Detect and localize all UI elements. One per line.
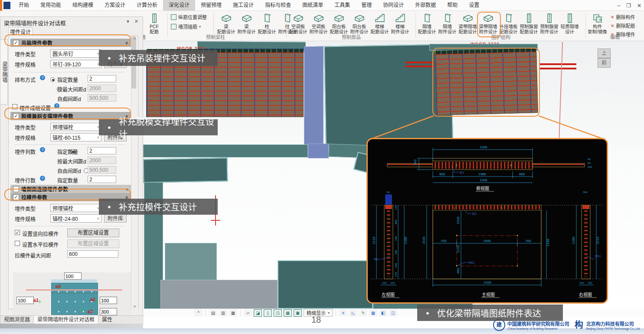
exterior-panel-rebar-button[interactable]: 外挂墙板 配筋设计 xyxy=(498,12,519,34)
section-header-side-connect[interactable]: 墙侧面连接埋件参数 « xyxy=(10,185,131,193)
menu-tab-tools[interactable]: 工具集 xyxy=(329,0,356,11)
embed-spec-select-1[interactable]: 吊钉-39-120˅ xyxy=(50,60,101,68)
pcf-rebar-button[interactable]: PCF 配筋 xyxy=(144,12,164,34)
view-navigation-cube[interactable]: 上 前 xyxy=(598,49,611,68)
wall-top-rebar-button[interactable]: 墙顶插筋▾ xyxy=(171,23,207,30)
menu-tab-settings[interactable]: 设置 xyxy=(463,0,485,11)
diagram-left-input[interactable] xyxy=(16,297,34,304)
menu-tab-manage[interactable]: 管理 xyxy=(356,0,377,11)
diagram-right-input[interactable] xyxy=(100,297,117,304)
count-input-1[interactable] xyxy=(88,75,116,82)
attachment-library-button-3[interactable]: 附件库 xyxy=(104,214,127,223)
bay-window-rebar-button[interactable]: 预制飘窗 配筋设计 xyxy=(519,12,539,34)
menu-tab-common[interactable]: 常用功能 xyxy=(35,0,67,11)
annotate-icon[interactable]: ✎ xyxy=(359,309,367,317)
partition-rebar-button[interactable]: 隔墙 配筋设计 xyxy=(417,12,437,34)
plane-view-icon[interactable]: ▱ xyxy=(244,309,252,317)
menu-tab-modeling[interactable]: 结构建模 xyxy=(67,0,99,11)
column-rebar-design-button[interactable]: 柱 配筋设计 xyxy=(257,12,277,34)
restore-button[interactable]: ❐ xyxy=(626,3,631,9)
nav-face-front[interactable]: 前 xyxy=(598,58,611,68)
help-icon[interactable]: ? xyxy=(40,147,45,152)
light-partition-design-button[interactable]: 轻质隔墙 设计 xyxy=(559,12,580,34)
save-view-icon[interactable]: ▤ xyxy=(209,309,217,317)
embed-type-select-1[interactable]: 圆头吊钉˅ xyxy=(50,49,101,58)
bay-window-attachment-button[interactable]: 预制飘窗 附件设计 xyxy=(539,12,559,34)
hoisting-checkbox[interactable]: ✓ xyxy=(13,40,19,46)
collapse-chevron-icon[interactable]: » xyxy=(124,41,130,44)
menu-tab-help[interactable]: 帮助 xyxy=(441,0,463,11)
dialog-side-tab[interactable]: 梁带隔墙 xyxy=(0,39,8,105)
expand-chevron-icon[interactable]: « xyxy=(126,187,128,192)
slab-display-icon[interactable]: ◪ xyxy=(254,309,262,317)
tab-view-browser[interactable]: 视图浏览器 xyxy=(0,316,33,324)
tie-checkbox[interactable]: ✓ xyxy=(13,194,19,200)
ac-slab-rebar-button[interactable]: 空调板 配筋设计 xyxy=(288,12,308,34)
tab-properties[interactable]: 属性 xyxy=(98,316,116,324)
stair-rebar-button[interactable]: 楼梯 配筋设计 xyxy=(369,12,390,34)
beam-rebar-design-button[interactable]: 梁 配筋设计 xyxy=(216,12,236,34)
dialog-scrollbar[interactable]: ^ v xyxy=(131,36,137,309)
menu-tab-scheme[interactable]: 方案设计 xyxy=(99,0,131,11)
count-input-2[interactable] xyxy=(88,147,116,154)
solid-display-icon[interactable]: ◳ xyxy=(274,309,282,317)
nav-face-top[interactable]: 上 xyxy=(598,49,611,58)
layers-icon[interactable]: ▦ xyxy=(369,309,377,317)
menu-tab-check[interactable]: 指标与检查 xyxy=(259,0,297,11)
menu-tab-construction[interactable]: 施工设计 xyxy=(227,0,259,11)
menu-tab-external[interactable]: 外部数据 xyxy=(409,0,441,11)
group-setting-checkbox[interactable] xyxy=(12,104,17,109)
section-icon[interactable]: ◺ xyxy=(349,309,357,317)
embed-type-select-2[interactable]: 预埋锚栓˅ xyxy=(50,123,101,131)
beam-partition-rebar-button[interactable]: 梁带隔墙 配筋设计 xyxy=(458,12,478,34)
dialog-pin-icon[interactable]: ▾ xyxy=(127,19,129,24)
rows-count-input[interactable] xyxy=(88,176,116,183)
menu-tab-embed[interactable]: 预留预埋 xyxy=(195,0,227,11)
embed-spec-select-3[interactable]: 锚栓-24-80˅ xyxy=(50,214,101,223)
help-icon[interactable]: ? xyxy=(54,103,59,108)
diagram-top-input[interactable] xyxy=(64,272,82,280)
wall-display-icon[interactable]: ▯ xyxy=(264,309,272,317)
grid-display-icon[interactable]: ▦ xyxy=(284,309,292,317)
copy-mirror-button[interactable]: 构件 复制/镜像 xyxy=(587,12,608,34)
help-icon[interactable]: ? xyxy=(40,75,45,80)
diagram-bottom-input[interactable] xyxy=(100,308,117,315)
side-connect-checkbox[interactable] xyxy=(13,186,19,192)
longitudinal-adjust-button[interactable]: 纵筋位置调整 xyxy=(171,13,207,20)
print-view-icon[interactable]: ▦ xyxy=(229,309,237,317)
frame-display-icon[interactable]: ▣ xyxy=(294,309,302,317)
collapse-chevron-icon[interactable]: » xyxy=(124,196,130,198)
balcony-rebar-button[interactable]: 阳台板 配筋设计 xyxy=(329,12,349,34)
beam-attachment-design-button[interactable]: 梁 附件设计 xyxy=(236,12,257,34)
radio-count-1[interactable] xyxy=(50,77,55,82)
close-button[interactable]: ✕ xyxy=(637,3,641,9)
scroll-down-icon[interactable]: v xyxy=(131,304,138,308)
measure-icon[interactable]: ≡ xyxy=(339,309,347,317)
horizontal-tie-checkbox[interactable] xyxy=(15,241,20,246)
vertical-area-button[interactable]: 布置区域设置 xyxy=(67,229,119,237)
max-spacing-input[interactable] xyxy=(67,250,118,258)
partition-attachment-button[interactable]: 隔墙 附件设计 xyxy=(437,12,458,34)
component-icon[interactable]: ◫ xyxy=(389,309,397,317)
app-logo[interactable] xyxy=(3,2,10,9)
beam-partition-attachment-button[interactable]: 梁带隔墙 附件设计 xyxy=(478,12,498,34)
stair-attachment-button[interactable]: 楼梯 附件设计 xyxy=(390,12,410,34)
ac-slab-attachment-button[interactable]: 空调板 附件设计 xyxy=(308,12,329,34)
collapse-toolbar-icon[interactable]: ^ xyxy=(194,309,203,317)
menu-tab-detailing[interactable]: 深化设计 xyxy=(163,0,195,11)
section-header-hoisting[interactable]: ✓ 吊装埋件参数 » xyxy=(10,39,131,47)
embed-type-select-3[interactable]: 预埋锚栓˅ xyxy=(50,204,101,212)
embed-spec-select-2[interactable]: 锚栓-60-115˅ xyxy=(50,133,101,141)
menu-tab-analysis[interactable]: 计算分析 xyxy=(131,0,163,11)
menu-tab-drawings[interactable]: 图纸清单 xyxy=(297,0,329,11)
tab-attachment-dialog[interactable]: 梁带隔墙附件设计对话框 xyxy=(33,316,98,324)
export-view-icon[interactable]: ▥ xyxy=(219,309,227,317)
delete-component-button[interactable]: ✕删除构件 xyxy=(611,13,635,20)
dialog-close-icon[interactable]: ✕ xyxy=(134,19,138,24)
tab-embed-design[interactable]: 埋件设计 xyxy=(8,27,33,36)
scroll-up-icon[interactable]: ^ xyxy=(131,37,138,42)
minimize-button[interactable]: – xyxy=(617,3,620,9)
demold-checkbox[interactable]: ✓ xyxy=(13,113,19,119)
menu-tab-collab[interactable]: 协同设计 xyxy=(377,0,409,11)
help-icon[interactable]: ? xyxy=(40,176,45,181)
